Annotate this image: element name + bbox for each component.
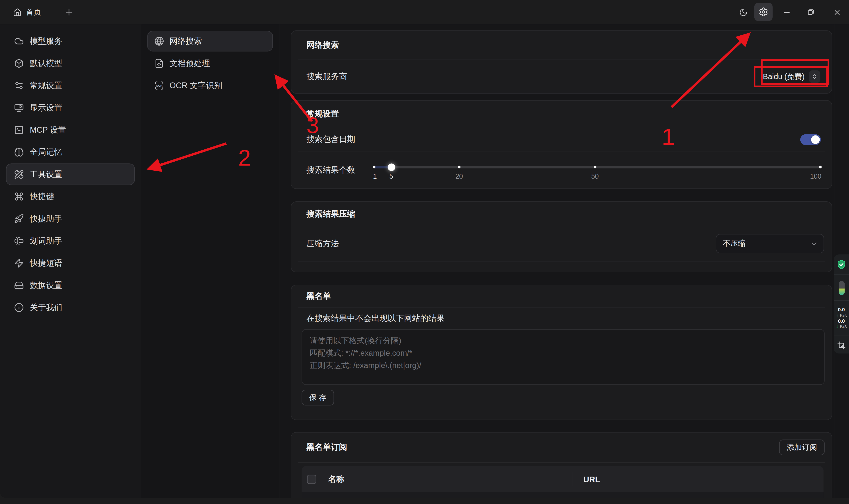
blacklist-card: 黑名单 在搜索结果中不会出现以下网站的结果 保 存: [291, 285, 832, 420]
column-header-name: 名称: [328, 474, 344, 484]
add-subscription-button[interactable]: 添加订阅: [779, 440, 825, 455]
slider-track[interactable]: [373, 166, 821, 168]
sliders-icon: [14, 81, 24, 90]
tab-home[interactable]: 首页: [13, 0, 41, 24]
hard-drive-icon: [14, 281, 24, 290]
gear-icon: [759, 7, 768, 17]
sidebar-item-mcp-settings[interactable]: MCP 设置: [6, 119, 135, 141]
chevrons-up-down-icon: [811, 73, 818, 80]
text-cursor-icon: [14, 236, 24, 246]
terminal-icon: [14, 125, 24, 135]
select-all-checkbox[interactable]: [307, 474, 317, 484]
home-icon: [13, 8, 22, 17]
sidebar-item-display-settings[interactable]: 显示设置: [6, 97, 135, 119]
include-date-toggle[interactable]: [800, 134, 821, 145]
search-provider-select[interactable]: Baidu (免费): [763, 70, 820, 83]
battery-indicator[interactable]: [838, 275, 844, 301]
search-provider-label: 搜索服务商: [306, 71, 347, 82]
download-speed-value: 0.0: [838, 318, 845, 324]
command-icon: [14, 192, 24, 201]
submenu-item-label: 网络搜索: [169, 36, 202, 47]
sidebar-item-shortcuts[interactable]: 快捷键: [6, 186, 135, 208]
sidebar-item-label: 快捷助手: [30, 214, 62, 224]
sidebar-item-general-settings[interactable]: 常规设置: [6, 75, 135, 96]
submenu-item-web-search[interactable]: 网络搜索: [147, 31, 273, 52]
crop-icon: [837, 341, 846, 349]
arrow-up-icon: ↑: [836, 313, 838, 318]
section-title: 搜索结果压缩: [306, 209, 355, 219]
subscription-table: 名称 URL: [302, 466, 824, 498]
sidebar-item-label: 模型服务: [30, 36, 62, 47]
submenu-item-label: 文档预处理: [169, 58, 210, 69]
app-window: 首页 模型服务 默认模型: [0, 0, 849, 504]
select-handle: [809, 70, 820, 83]
compression-method-row: 压缩方法 不压缩: [291, 226, 832, 261]
info-icon: [14, 303, 24, 312]
sidebar-item-about[interactable]: 关于我们: [6, 296, 135, 318]
minimize-button[interactable]: [779, 4, 794, 20]
titlebar: 首页: [0, 0, 849, 24]
brain-icon: [14, 147, 24, 157]
section-title: 黑名单订阅: [306, 442, 347, 453]
settings-content: 模型服务 默认模型 常规设置 显示设置 MCP 设置 全局记忆: [0, 24, 849, 498]
shield-check-icon: [836, 259, 847, 270]
slider-dot: [594, 166, 596, 168]
network-speed[interactable]: 0.0 ↑ K/s 0.0 ↓ K/s: [836, 301, 847, 336]
package-icon: [14, 58, 24, 68]
toggle-knob: [811, 135, 820, 144]
theme-toggle-button[interactable]: [735, 4, 751, 20]
section-title: 网络搜索: [306, 40, 339, 50]
result-count-slider[interactable]: 1 5 20 50 100: [373, 161, 821, 180]
compression-method-select[interactable]: 不压缩: [716, 234, 824, 253]
close-icon: [832, 8, 841, 17]
sidebar-item-label: 数据设置: [30, 280, 62, 290]
sidebar-item-quick-assistant[interactable]: 快捷助手: [6, 208, 135, 230]
blacklist-description: 在搜索结果中不会出现以下网站的结果: [291, 308, 832, 329]
include-date-label: 搜索包含日期: [306, 134, 355, 145]
save-button[interactable]: 保 存: [302, 390, 334, 406]
sidebar-item-data-settings[interactable]: 数据设置: [6, 274, 135, 296]
result-count-row: 搜索结果个数 1 5 20 50 100: [291, 152, 832, 188]
slider-tick-1: 1: [373, 173, 377, 180]
sidebar-item-model-services[interactable]: 模型服务: [6, 30, 135, 52]
include-date-row: 搜索包含日期: [291, 127, 832, 152]
new-tab-plus-icon[interactable]: [64, 7, 74, 17]
slider-dot: [819, 166, 821, 168]
sidebar-item-quick-phrases[interactable]: 快捷短语: [6, 252, 135, 274]
general-settings-card: 常规设置 搜索包含日期 搜索结果个数: [291, 100, 832, 189]
zap-icon: [14, 258, 24, 268]
slider-tick-100: 100: [810, 173, 821, 180]
arrow-down-icon: ↓: [836, 324, 838, 329]
divider: [298, 462, 825, 463]
moon-icon: [739, 8, 747, 17]
settings-sidebar: 模型服务 默认模型 常规设置 显示设置 MCP 设置 全局记忆: [0, 24, 141, 498]
battery-icon: [838, 281, 844, 295]
blacklist-input[interactable]: [302, 329, 825, 385]
compression-method-value: 不压缩: [723, 239, 745, 249]
sidebar-item-global-memory[interactable]: 全局记忆: [6, 141, 135, 163]
slider-tick-50: 50: [591, 173, 599, 180]
blacklist-subscription-card: 黑名单订阅 添加订阅 名称 URL: [291, 432, 832, 498]
slider-dot: [458, 166, 460, 168]
submenu-item-doc-preprocess[interactable]: 文档预处理: [147, 53, 273, 74]
system-tray-widget: 0.0 ↑ K/s 0.0 ↓ K/s: [834, 254, 849, 354]
column-header-url: URL: [583, 474, 600, 484]
sidebar-item-tool-settings[interactable]: 工具设置: [6, 164, 135, 185]
restore-button[interactable]: [803, 4, 819, 20]
sidebar-item-selection-assistant[interactable]: 划词助手: [6, 230, 135, 252]
cloud-icon: [14, 36, 24, 46]
slider-dot: [373, 166, 376, 168]
section-title: 常规设置: [306, 109, 339, 119]
submenu-item-ocr[interactable]: OCR OCR 文字识别: [147, 75, 273, 96]
tab-home-label: 首页: [26, 7, 41, 17]
subscription-table-body: [302, 492, 824, 498]
screenshot-tool[interactable]: [837, 336, 846, 354]
close-button[interactable]: [829, 4, 845, 20]
sidebar-item-default-models[interactable]: 默认模型: [6, 53, 135, 74]
security-status[interactable]: [836, 254, 847, 274]
slider-thumb[interactable]: [387, 163, 395, 170]
svg-text:OCR: OCR: [156, 84, 163, 87]
submenu-item-label: OCR 文字识别: [169, 80, 222, 91]
settings-button[interactable]: [754, 3, 773, 21]
download-speed-unit: ↓ K/s: [836, 324, 847, 329]
